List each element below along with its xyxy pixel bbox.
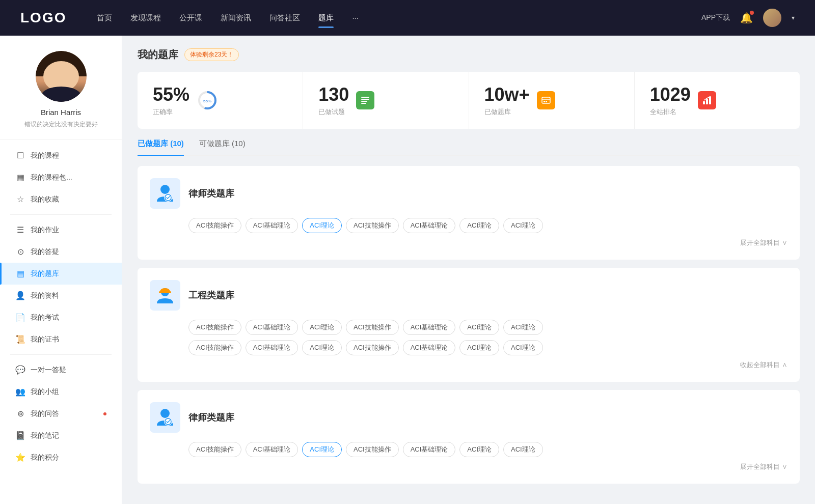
menu-item-answers[interactable]: ⊙ 我的答疑	[0, 241, 122, 263]
nav-open-course[interactable]: 公开课	[179, 11, 202, 25]
tag-engineer-1-6[interactable]: ACI理论	[459, 320, 499, 335]
qbank-header-2: 工程类题库	[150, 280, 787, 311]
answers-icon: ⊙	[15, 247, 25, 257]
points-icon: ⭐	[15, 453, 25, 462]
svg-rect-6	[361, 101, 367, 102]
qbank-icon-lawyer-1	[150, 178, 180, 209]
tag-lawyer-1-7[interactable]: ACI理论	[503, 218, 543, 233]
menu-label-answers: 我的答疑	[31, 247, 106, 257]
tag-lawyer-2-3-active[interactable]: ACI理论	[302, 442, 342, 457]
rank-icon	[698, 91, 716, 109]
menu-label-tutoring: 一对一答疑	[31, 366, 106, 375]
qbank-card-lawyer-2: 律师类题库 ACI技能操作 ACI基础理论 ACI理论 ACI技能操作 ACI基…	[138, 390, 800, 484]
sidebar: Brian Harris 错误的决定比没有决定要好 ☐ 我的课程 ▦ 我的课程包…	[0, 36, 122, 504]
sidebar-profile: Brian Harris 错误的决定比没有决定要好	[0, 51, 122, 139]
nav-home[interactable]: 首页	[97, 11, 112, 25]
tag-lawyer-1-1[interactable]: ACI技能操作	[188, 218, 241, 233]
tag-lawyer-2-7[interactable]: ACI理论	[503, 442, 543, 457]
stat-banks-label: 已做题库	[484, 107, 530, 117]
tutoring-icon: 💬	[15, 365, 25, 375]
menu-label-homework: 我的作业	[31, 226, 106, 235]
tag-engineer-1-4[interactable]: ACI技能操作	[346, 320, 399, 335]
tag-engineer-2-4[interactable]: ACI技能操作	[346, 340, 399, 355]
tag-lawyer-2-6[interactable]: ACI理论	[459, 442, 499, 457]
tag-lawyer-1-6[interactable]: ACI理论	[459, 218, 499, 233]
tag-lawyer-1-3-active[interactable]: ACI理论	[302, 218, 342, 233]
svg-rect-11	[546, 101, 547, 102]
tag-engineer-1-3[interactable]: ACI理论	[302, 320, 342, 335]
svg-rect-4	[361, 97, 369, 98]
stat-accuracy-label: 正确率	[153, 107, 189, 117]
menu-item-exam[interactable]: 📄 我的考试	[0, 306, 122, 328]
accuracy-chart: 55%	[197, 90, 218, 111]
menu-item-certificate[interactable]: 📜 我的证书	[0, 328, 122, 350]
tag-engineer-1-7[interactable]: ACI理论	[503, 320, 543, 335]
tag-engineer-1-2[interactable]: ACI基础理论	[246, 320, 298, 335]
tag-lawyer-2-5[interactable]: ACI基础理论	[403, 442, 456, 457]
user-menu-caret[interactable]: ▾	[792, 14, 795, 21]
menu-item-notes[interactable]: 📓 我的笔记	[0, 425, 122, 446]
svg-rect-5	[361, 99, 369, 100]
tag-engineer-2-3[interactable]: ACI理论	[302, 340, 342, 355]
menu-item-qbank[interactable]: ▤ 我的题库	[0, 263, 122, 285]
tag-lawyer-1-5[interactable]: ACI基础理论	[403, 218, 456, 233]
menu-item-group[interactable]: 👥 我的小组	[0, 381, 122, 403]
navbar-nav: 首页 发现课程 公开课 新闻资讯 问答社区 题库 ···	[97, 11, 701, 25]
tag-engineer-1-5[interactable]: ACI基础理论	[403, 320, 456, 335]
menu-item-questions[interactable]: ⊚ 我的问答	[0, 403, 122, 425]
tag-lawyer-2-4[interactable]: ACI技能操作	[346, 442, 399, 457]
nav-more[interactable]: ···	[352, 11, 359, 25]
menu-item-favorites[interactable]: ☆ 我的收藏	[0, 188, 122, 210]
tab-done-banks[interactable]: 已做题库 (10)	[138, 139, 184, 155]
tag-lawyer-1-2[interactable]: ACI基础理论	[246, 218, 298, 233]
menu-label-qbank: 我的题库	[31, 269, 106, 278]
stat-questions-value: 130	[318, 84, 349, 105]
tag-lawyer-2-2[interactable]: ACI基础理论	[246, 442, 298, 457]
nav-qbank[interactable]: 题库	[318, 11, 334, 25]
user-bio: 错误的决定比没有决定要好	[24, 120, 98, 129]
menu-item-course-package[interactable]: ▦ 我的课程包...	[0, 166, 122, 188]
menu-label-courses: 我的课程	[31, 151, 106, 160]
tag-engineer-2-1[interactable]: ACI技能操作	[188, 340, 241, 355]
tag-lawyer-1-4[interactable]: ACI技能操作	[346, 218, 399, 233]
menu-item-homework[interactable]: ☰ 我的作业	[0, 219, 122, 241]
navbar: LOGO 首页 发现课程 公开课 新闻资讯 问答社区 题库 ··· APP下载 …	[0, 0, 815, 36]
tag-engineer-1-1[interactable]: ACI技能操作	[188, 320, 241, 335]
stat-accuracy-value: 55%	[153, 84, 189, 105]
menu-item-profile[interactable]: 👤 我的资料	[0, 285, 122, 306]
tag-engineer-2-2[interactable]: ACI基础理论	[246, 340, 298, 355]
page-title-bar: 我的题库 体验剩余23天！	[138, 48, 800, 62]
menu-item-tutoring[interactable]: 💬 一对一答疑	[0, 359, 122, 381]
menu-label-favorites: 我的收藏	[31, 195, 106, 204]
user-name: Brian Harris	[41, 108, 81, 117]
tab-available-banks[interactable]: 可做题库 (10)	[199, 139, 246, 155]
expand-link-lawyer-1[interactable]: 展开全部科目 ∨	[150, 238, 787, 247]
notification-dot	[750, 11, 754, 15]
svg-text:55%: 55%	[203, 99, 211, 103]
questions-icon: ⊚	[15, 409, 25, 418]
avatar[interactable]	[763, 9, 781, 27]
qbank-card-engineer: 工程类题库 ACI技能操作 ACI基础理论 ACI理论 ACI技能操作 ACI基…	[138, 268, 800, 382]
svg-rect-14	[709, 97, 711, 104]
tag-lawyer-2-1[interactable]: ACI技能操作	[188, 442, 241, 457]
svg-rect-20	[159, 291, 171, 293]
tag-engineer-2-5[interactable]: ACI基础理论	[403, 340, 456, 355]
nav-news[interactable]: 新闻资讯	[221, 11, 251, 25]
nav-qa[interactable]: 问答社区	[269, 11, 300, 25]
navbar-logo: LOGO	[20, 10, 66, 26]
nav-discover[interactable]: 发现课程	[130, 11, 161, 25]
courses-icon: ☐	[15, 151, 25, 160]
collapse-link-engineer[interactable]: 收起全部科目 ∧	[150, 360, 787, 370]
app-download-link[interactable]: APP下载	[701, 13, 730, 22]
tag-engineer-2-6[interactable]: ACI理论	[459, 340, 499, 355]
menu-item-my-courses[interactable]: ☐ 我的课程	[0, 145, 122, 166]
qbank-header-1: 律师类题库	[150, 178, 787, 209]
notification-icon[interactable]: 🔔	[740, 12, 753, 24]
stat-accuracy: 55% 正确率 55%	[138, 72, 303, 129]
profile-avatar	[36, 51, 87, 102]
expand-link-lawyer-2[interactable]: 展开全部科目 ∨	[150, 462, 787, 471]
menu-item-points[interactable]: ⭐ 我的积分	[0, 446, 122, 468]
tag-engineer-2-7[interactable]: ACI理论	[503, 340, 543, 355]
svg-rect-8	[542, 97, 550, 103]
qbank-icon: ▤	[15, 269, 25, 278]
